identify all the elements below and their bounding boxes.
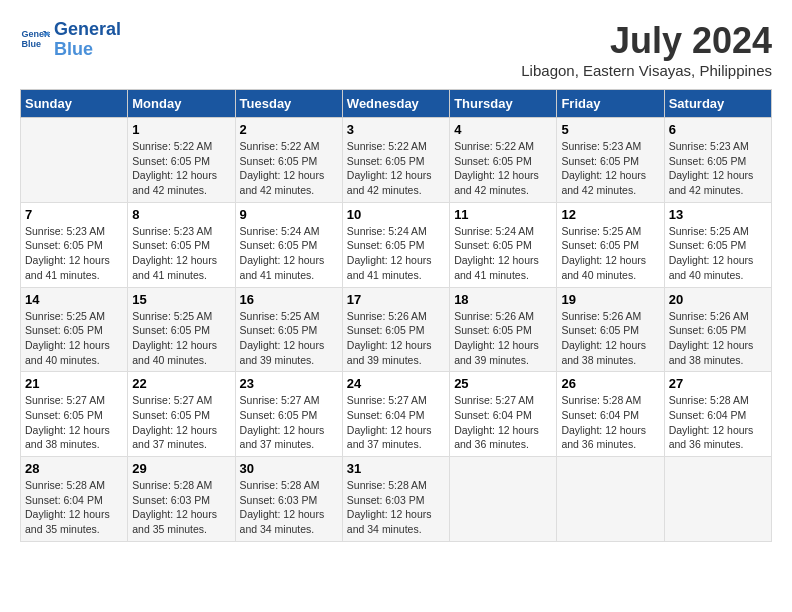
- day-info: Sunrise: 5:22 AM Sunset: 6:05 PM Dayligh…: [132, 139, 230, 198]
- calendar-cell: 23Sunrise: 5:27 AM Sunset: 6:05 PM Dayli…: [235, 372, 342, 457]
- header-wednesday: Wednesday: [342, 90, 449, 118]
- day-number: 24: [347, 376, 445, 391]
- calendar-cell: 9Sunrise: 5:24 AM Sunset: 6:05 PM Daylig…: [235, 202, 342, 287]
- day-number: 22: [132, 376, 230, 391]
- header-monday: Monday: [128, 90, 235, 118]
- day-number: 7: [25, 207, 123, 222]
- day-info: Sunrise: 5:25 AM Sunset: 6:05 PM Dayligh…: [240, 309, 338, 368]
- calendar-cell: 28Sunrise: 5:28 AM Sunset: 6:04 PM Dayli…: [21, 457, 128, 542]
- calendar-cell: 27Sunrise: 5:28 AM Sunset: 6:04 PM Dayli…: [664, 372, 771, 457]
- day-number: 14: [25, 292, 123, 307]
- day-number: 25: [454, 376, 552, 391]
- day-info: Sunrise: 5:22 AM Sunset: 6:05 PM Dayligh…: [240, 139, 338, 198]
- calendar-row-2: 7Sunrise: 5:23 AM Sunset: 6:05 PM Daylig…: [21, 202, 772, 287]
- calendar-cell: 7Sunrise: 5:23 AM Sunset: 6:05 PM Daylig…: [21, 202, 128, 287]
- calendar-cell: 16Sunrise: 5:25 AM Sunset: 6:05 PM Dayli…: [235, 287, 342, 372]
- day-info: Sunrise: 5:27 AM Sunset: 6:05 PM Dayligh…: [25, 393, 123, 452]
- day-number: 29: [132, 461, 230, 476]
- calendar-cell: 1Sunrise: 5:22 AM Sunset: 6:05 PM Daylig…: [128, 118, 235, 203]
- calendar-cell: [21, 118, 128, 203]
- day-number: 30: [240, 461, 338, 476]
- day-info: Sunrise: 5:28 AM Sunset: 6:04 PM Dayligh…: [561, 393, 659, 452]
- day-number: 15: [132, 292, 230, 307]
- calendar-cell: 26Sunrise: 5:28 AM Sunset: 6:04 PM Dayli…: [557, 372, 664, 457]
- calendar-cell: 31Sunrise: 5:28 AM Sunset: 6:03 PM Dayli…: [342, 457, 449, 542]
- calendar-row-1: 1Sunrise: 5:22 AM Sunset: 6:05 PM Daylig…: [21, 118, 772, 203]
- calendar-row-4: 21Sunrise: 5:27 AM Sunset: 6:05 PM Dayli…: [21, 372, 772, 457]
- day-number: 9: [240, 207, 338, 222]
- day-number: 11: [454, 207, 552, 222]
- calendar-cell: 4Sunrise: 5:22 AM Sunset: 6:05 PM Daylig…: [450, 118, 557, 203]
- day-info: Sunrise: 5:28 AM Sunset: 6:04 PM Dayligh…: [25, 478, 123, 537]
- day-number: 17: [347, 292, 445, 307]
- day-info: Sunrise: 5:23 AM Sunset: 6:05 PM Dayligh…: [25, 224, 123, 283]
- calendar-cell: 6Sunrise: 5:23 AM Sunset: 6:05 PM Daylig…: [664, 118, 771, 203]
- day-info: Sunrise: 5:27 AM Sunset: 6:05 PM Dayligh…: [240, 393, 338, 452]
- day-info: Sunrise: 5:24 AM Sunset: 6:05 PM Dayligh…: [454, 224, 552, 283]
- calendar-cell: 13Sunrise: 5:25 AM Sunset: 6:05 PM Dayli…: [664, 202, 771, 287]
- day-number: 4: [454, 122, 552, 137]
- calendar-cell: 19Sunrise: 5:26 AM Sunset: 6:05 PM Dayli…: [557, 287, 664, 372]
- calendar-cell: 25Sunrise: 5:27 AM Sunset: 6:04 PM Dayli…: [450, 372, 557, 457]
- day-info: Sunrise: 5:22 AM Sunset: 6:05 PM Dayligh…: [454, 139, 552, 198]
- calendar-row-3: 14Sunrise: 5:25 AM Sunset: 6:05 PM Dayli…: [21, 287, 772, 372]
- day-info: Sunrise: 5:27 AM Sunset: 6:05 PM Dayligh…: [132, 393, 230, 452]
- day-info: Sunrise: 5:26 AM Sunset: 6:05 PM Dayligh…: [561, 309, 659, 368]
- day-info: Sunrise: 5:24 AM Sunset: 6:05 PM Dayligh…: [347, 224, 445, 283]
- day-number: 12: [561, 207, 659, 222]
- calendar-cell: [450, 457, 557, 542]
- header-saturday: Saturday: [664, 90, 771, 118]
- day-number: 2: [240, 122, 338, 137]
- day-number: 31: [347, 461, 445, 476]
- day-number: 6: [669, 122, 767, 137]
- title-section: July 2024 Libagon, Eastern Visayas, Phil…: [521, 20, 772, 79]
- calendar-cell: [664, 457, 771, 542]
- day-info: Sunrise: 5:28 AM Sunset: 6:03 PM Dayligh…: [132, 478, 230, 537]
- day-number: 3: [347, 122, 445, 137]
- calendar-cell: 8Sunrise: 5:23 AM Sunset: 6:05 PM Daylig…: [128, 202, 235, 287]
- calendar-cell: 11Sunrise: 5:24 AM Sunset: 6:05 PM Dayli…: [450, 202, 557, 287]
- day-number: 8: [132, 207, 230, 222]
- logo: General Blue General Blue: [20, 20, 121, 60]
- calendar-row-5: 28Sunrise: 5:28 AM Sunset: 6:04 PM Dayli…: [21, 457, 772, 542]
- calendar-cell: [557, 457, 664, 542]
- day-number: 13: [669, 207, 767, 222]
- day-info: Sunrise: 5:26 AM Sunset: 6:05 PM Dayligh…: [347, 309, 445, 368]
- day-number: 5: [561, 122, 659, 137]
- day-number: 27: [669, 376, 767, 391]
- calendar-cell: 12Sunrise: 5:25 AM Sunset: 6:05 PM Dayli…: [557, 202, 664, 287]
- day-info: Sunrise: 5:27 AM Sunset: 6:04 PM Dayligh…: [347, 393, 445, 452]
- logo-icon: General Blue: [20, 25, 50, 55]
- day-number: 18: [454, 292, 552, 307]
- header-tuesday: Tuesday: [235, 90, 342, 118]
- calendar-cell: 2Sunrise: 5:22 AM Sunset: 6:05 PM Daylig…: [235, 118, 342, 203]
- header-sunday: Sunday: [21, 90, 128, 118]
- calendar-cell: 18Sunrise: 5:26 AM Sunset: 6:05 PM Dayli…: [450, 287, 557, 372]
- day-number: 21: [25, 376, 123, 391]
- day-info: Sunrise: 5:22 AM Sunset: 6:05 PM Dayligh…: [347, 139, 445, 198]
- calendar-cell: 14Sunrise: 5:25 AM Sunset: 6:05 PM Dayli…: [21, 287, 128, 372]
- calendar-cell: 17Sunrise: 5:26 AM Sunset: 6:05 PM Dayli…: [342, 287, 449, 372]
- day-number: 20: [669, 292, 767, 307]
- day-number: 1: [132, 122, 230, 137]
- day-info: Sunrise: 5:28 AM Sunset: 6:03 PM Dayligh…: [240, 478, 338, 537]
- day-info: Sunrise: 5:23 AM Sunset: 6:05 PM Dayligh…: [132, 224, 230, 283]
- main-title: July 2024: [521, 20, 772, 62]
- calendar-cell: 3Sunrise: 5:22 AM Sunset: 6:05 PM Daylig…: [342, 118, 449, 203]
- day-number: 10: [347, 207, 445, 222]
- day-info: Sunrise: 5:25 AM Sunset: 6:05 PM Dayligh…: [669, 224, 767, 283]
- calendar-table: Sunday Monday Tuesday Wednesday Thursday…: [20, 89, 772, 542]
- day-number: 28: [25, 461, 123, 476]
- subtitle: Libagon, Eastern Visayas, Philippines: [521, 62, 772, 79]
- header: General Blue General Blue July 2024 Liba…: [20, 20, 772, 79]
- day-info: Sunrise: 5:27 AM Sunset: 6:04 PM Dayligh…: [454, 393, 552, 452]
- calendar-cell: 24Sunrise: 5:27 AM Sunset: 6:04 PM Dayli…: [342, 372, 449, 457]
- calendar-cell: 29Sunrise: 5:28 AM Sunset: 6:03 PM Dayli…: [128, 457, 235, 542]
- day-info: Sunrise: 5:25 AM Sunset: 6:05 PM Dayligh…: [132, 309, 230, 368]
- header-thursday: Thursday: [450, 90, 557, 118]
- calendar-cell: 20Sunrise: 5:26 AM Sunset: 6:05 PM Dayli…: [664, 287, 771, 372]
- day-info: Sunrise: 5:23 AM Sunset: 6:05 PM Dayligh…: [561, 139, 659, 198]
- day-info: Sunrise: 5:28 AM Sunset: 6:03 PM Dayligh…: [347, 478, 445, 537]
- day-info: Sunrise: 5:24 AM Sunset: 6:05 PM Dayligh…: [240, 224, 338, 283]
- calendar-cell: 5Sunrise: 5:23 AM Sunset: 6:05 PM Daylig…: [557, 118, 664, 203]
